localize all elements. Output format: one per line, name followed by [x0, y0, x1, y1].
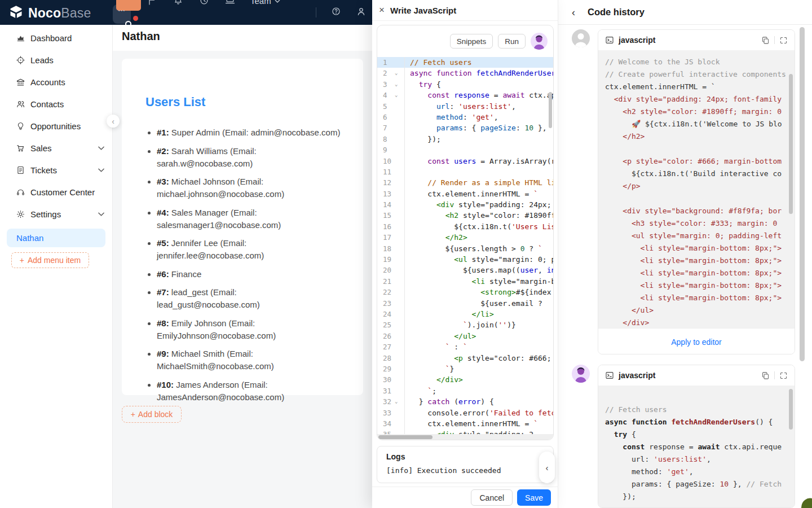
copy-icon[interactable] — [761, 36, 770, 45]
editor-line: 22 <strong>#${index — [377, 287, 553, 297]
user-icon[interactable] — [356, 6, 367, 19]
editor-line: 2⌄async function fetchAndRenderUsers() { — [377, 68, 553, 78]
editor-line: 24 </li> — [377, 309, 553, 319]
team-menu[interactable]: Team — [250, 0, 280, 6]
laptop-icon[interactable] — [224, 0, 236, 8]
snippets-button[interactable]: Snippets — [450, 34, 493, 49]
page-header: Nathan — [113, 25, 372, 51]
assistant-avatar[interactable] — [531, 33, 548, 50]
sidebar-item-leads[interactable]: Leads — [0, 49, 112, 71]
editor-line: 33 console.error('Failed to fetch users:… — [377, 408, 553, 418]
sidebar-item-accounts[interactable]: Accounts — [0, 71, 112, 93]
sidebar-item-label: Customer Center — [30, 187, 104, 197]
line-number: 27 — [377, 341, 404, 352]
editor-line: 10 const users = Array.isArray(response — [377, 156, 553, 167]
line-number: 23 — [377, 298, 404, 309]
save-button[interactable]: Save — [517, 489, 551, 506]
editor-line: 16 ${ctx.i18n.t('Users List')} — [377, 221, 553, 232]
language-label: javascript — [619, 36, 757, 45]
app-root: NocoBase ⋯ Team — [0, 0, 812, 508]
editor-toolbar: Snippets Run — [377, 25, 553, 57]
logo-text: NocoBase — [28, 6, 91, 21]
scrollbar-thumb[interactable] — [378, 435, 433, 439]
sidebar-item-dashboard[interactable]: Dashboard — [0, 27, 112, 49]
line-number: 18 — [377, 243, 404, 254]
sidebar-collapse-button[interactable]: ‹ — [107, 115, 120, 128]
editor-line: 32⌄ } catch (error) { — [377, 396, 553, 407]
topbar-separator — [316, 7, 316, 17]
nocobase-logo-icon — [8, 4, 24, 23]
sidebar-item-contacts[interactable]: Contacts — [0, 93, 112, 115]
user-avatar — [572, 29, 590, 47]
line-number: 16 — [377, 221, 404, 232]
editor-line: 8 }); — [377, 134, 553, 144]
line-number: 3⌄ — [377, 79, 404, 90]
terminal-icon — [605, 371, 614, 380]
expand-icon[interactable] — [779, 36, 788, 45]
line-number: 12 — [377, 177, 404, 188]
line-number: 13 — [377, 189, 404, 199]
editor-line: 17 </h2> — [377, 232, 553, 243]
cancel-button[interactable]: Cancel — [471, 489, 513, 506]
copy-icon[interactable] — [761, 371, 770, 380]
sidebar-item-nathan[interactable]: Nathan — [7, 229, 105, 247]
history-card-header: javascript — [598, 365, 795, 386]
line-number: 11 — [377, 167, 404, 177]
sidebar-item-label: Contacts — [30, 99, 104, 109]
sidebar-item-label: Opportunities — [30, 121, 104, 131]
editor-line: 27 ` : ` — [377, 341, 553, 352]
line-number: 25 — [377, 319, 404, 330]
editor-line: 26 </ul> — [377, 331, 553, 341]
line-number: 34 — [377, 418, 404, 429]
sidebar-item-settings[interactable]: Settings — [0, 203, 112, 225]
line-number: 14 — [377, 199, 404, 210]
drawer-collapse-button[interactable]: ‹ — [539, 452, 555, 483]
clock-icon[interactable] — [198, 0, 210, 8]
editor-line: 19 <ul style="margin: 0; pad — [377, 254, 553, 265]
run-button[interactable]: Run — [498, 34, 526, 49]
user-list-item: #7: lead_gest (Email: lead_gust@nocobase… — [157, 286, 342, 311]
drag-ghost-dots: ⋯ — [118, 6, 126, 15]
nocobase-logo[interactable]: NocoBase — [8, 4, 91, 23]
line-number: 10 — [377, 156, 404, 167]
code-editor[interactable]: 1// Fetch users2⌄async function fetchAnd… — [377, 57, 553, 440]
sidebar-item-tickets[interactable]: Tickets — [0, 159, 112, 181]
topbar: NocoBase ⋯ Team — [0, 0, 372, 25]
history-scrollbar[interactable] — [800, 27, 805, 361]
bell-icon[interactable] — [173, 0, 184, 8]
line-number: 4⌄ — [377, 90, 404, 100]
apply-to-editor-button[interactable]: Apply to editor — [598, 328, 795, 354]
add-block-button[interactable]: + Add block — [122, 406, 182, 423]
user-list-item: #4: Sales Manager (Email: salesmanager1@… — [157, 207, 342, 231]
editor-horizontal-scrollbar[interactable] — [377, 434, 553, 440]
sidebar-item-customer-center[interactable]: Customer Center — [0, 181, 112, 203]
sidebar-item-opportunities[interactable]: Opportunities — [0, 115, 112, 137]
chevron-down-icon — [275, 0, 280, 3]
close-icon[interactable]: × — [379, 5, 390, 16]
line-number: 8 — [377, 134, 404, 144]
editor-line: 28 <p style="color: #666; — [377, 353, 553, 364]
sidebar: DashboardLeadsAccountsContactsOpportunit… — [0, 25, 113, 508]
bulb-icon — [16, 121, 25, 131]
editor-vertical-scrollbar[interactable] — [549, 92, 552, 128]
sidebar-item-sales[interactable]: Sales — [0, 137, 112, 159]
editor-line: 9 — [377, 144, 553, 155]
code-block-scrollbar[interactable] — [789, 74, 793, 214]
flag-icon[interactable] — [147, 0, 158, 8]
sidebar-item-label: Accounts — [30, 77, 104, 87]
code-history-panel: ‹ Code history javascript// Welcome to t… — [558, 0, 812, 508]
headset-icon — [16, 187, 25, 197]
users-list: #1: Super Admin (Email: admin@nocobase.c… — [145, 126, 342, 404]
write-javascript-drawer: × Write JavaScript Snippets Run 1// Fetc… — [372, 0, 558, 508]
chevron-down-icon — [98, 212, 104, 216]
add-menu-item-button[interactable]: + Add menu item — [11, 252, 89, 268]
expand-icon[interactable] — [779, 371, 788, 380]
code-block-scrollbar[interactable] — [789, 389, 793, 430]
help-icon[interactable] — [331, 6, 341, 19]
editor-line: 1// Fetch users — [377, 57, 553, 68]
code-editor-card: Snippets Run 1// Fetch users2⌄async func… — [377, 25, 554, 440]
chevron-down-icon — [98, 168, 104, 172]
editor-line: 20 ${users.map((user, index) => — [377, 265, 553, 275]
fold-icon: ⌄ — [395, 90, 398, 100]
back-icon[interactable]: ‹ — [572, 7, 575, 17]
